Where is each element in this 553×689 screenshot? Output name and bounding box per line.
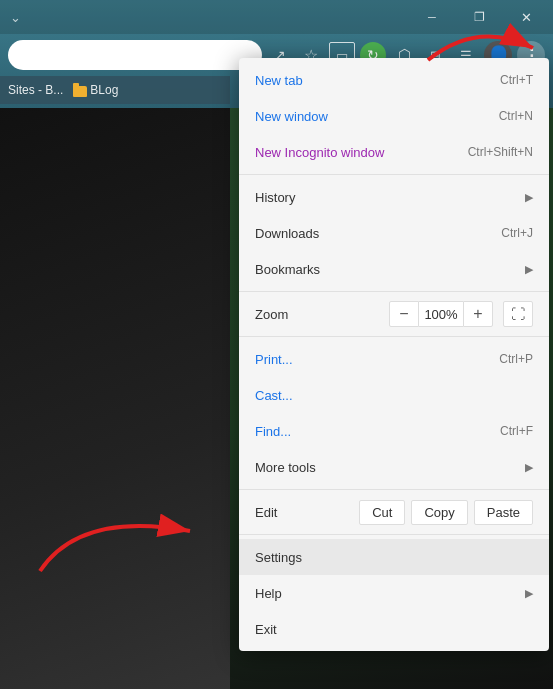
menu-item-print[interactable]: Print... Ctrl+P xyxy=(239,341,549,377)
new-window-label: New window xyxy=(255,109,499,124)
menu-section-history: History ▶ Downloads Ctrl+J Bookmarks ▶ xyxy=(239,175,549,292)
downloads-label: Downloads xyxy=(255,226,501,241)
title-bar: ⌄ ─ ❐ ✕ xyxy=(0,0,553,34)
minimize-button[interactable]: ─ xyxy=(409,1,455,33)
menu-item-new-tab[interactable]: New tab Ctrl+T xyxy=(239,62,549,98)
new-tab-label: New tab xyxy=(255,73,500,88)
folder-icon xyxy=(73,86,87,97)
menu-item-bookmarks[interactable]: Bookmarks ▶ xyxy=(239,251,549,287)
help-arrow: ▶ xyxy=(525,587,533,600)
history-arrow: ▶ xyxy=(525,191,533,204)
help-label: Help xyxy=(255,586,525,601)
menu-item-settings[interactable]: Settings xyxy=(239,539,549,575)
bookmarks-bar: Sites - B... BLog xyxy=(0,76,230,104)
address-bar[interactable] xyxy=(8,40,262,70)
cut-button[interactable]: Cut xyxy=(359,500,405,525)
bookmarks-label: Bookmarks xyxy=(255,262,525,277)
downloads-shortcut: Ctrl+J xyxy=(501,226,533,240)
close-button[interactable]: ✕ xyxy=(503,1,549,33)
zoom-value-display: 100% xyxy=(419,301,463,327)
find-shortcut: Ctrl+F xyxy=(500,424,533,438)
edit-label: Edit xyxy=(255,505,353,520)
new-incognito-shortcut: Ctrl+Shift+N xyxy=(468,145,533,159)
tab-down-arrow-icon[interactable]: ⌄ xyxy=(10,10,21,25)
paste-button[interactable]: Paste xyxy=(474,500,533,525)
more-tools-arrow: ▶ xyxy=(525,461,533,474)
menu-section-new: New tab Ctrl+T New window Ctrl+N New Inc… xyxy=(239,58,549,175)
more-tools-label: More tools xyxy=(255,460,525,475)
menu-section-zoom: Zoom − 100% + ⛶ xyxy=(239,292,549,337)
menu-item-new-window[interactable]: New window Ctrl+N xyxy=(239,98,549,134)
bookmark-blog[interactable]: BLog xyxy=(73,83,118,97)
menu-section-settings: Settings Help ▶ Exit xyxy=(239,535,549,651)
bookmark-sites[interactable]: Sites - B... xyxy=(8,83,63,97)
menu-item-more-tools[interactable]: More tools ▶ xyxy=(239,449,549,485)
menu-section-tools: Print... Ctrl+P Cast... Find... Ctrl+F M… xyxy=(239,337,549,490)
menu-item-cast[interactable]: Cast... xyxy=(239,377,549,413)
print-shortcut: Ctrl+P xyxy=(499,352,533,366)
zoom-row: Zoom − 100% + ⛶ xyxy=(239,296,549,332)
maximize-button[interactable]: ❐ xyxy=(456,1,502,33)
zoom-controls: − 100% + xyxy=(389,301,493,327)
menu-section-edit: Edit Cut Copy Paste xyxy=(239,490,549,535)
menu-item-exit[interactable]: Exit xyxy=(239,611,549,647)
history-label: History xyxy=(255,190,525,205)
menu-item-new-incognito[interactable]: New Incognito window Ctrl+Shift+N xyxy=(239,134,549,170)
menu-item-find[interactable]: Find... Ctrl+F xyxy=(239,413,549,449)
fullscreen-button[interactable]: ⛶ xyxy=(503,301,533,327)
new-tab-shortcut: Ctrl+T xyxy=(500,73,533,87)
menu-item-downloads[interactable]: Downloads Ctrl+J xyxy=(239,215,549,251)
edit-row: Edit Cut Copy Paste xyxy=(239,494,549,530)
menu-item-history[interactable]: History ▶ xyxy=(239,179,549,215)
exit-label: Exit xyxy=(255,622,533,637)
bookmark-blog-label: BLog xyxy=(90,83,118,97)
menu-item-help[interactable]: Help ▶ xyxy=(239,575,549,611)
page-content xyxy=(0,104,230,689)
cast-label: Cast... xyxy=(255,388,533,403)
zoom-plus-button[interactable]: + xyxy=(463,301,493,327)
new-window-shortcut: Ctrl+N xyxy=(499,109,533,123)
settings-label: Settings xyxy=(255,550,533,565)
find-label: Find... xyxy=(255,424,500,439)
bookmarks-arrow: ▶ xyxy=(525,263,533,276)
zoom-label: Zoom xyxy=(255,307,385,322)
print-label: Print... xyxy=(255,352,499,367)
dropdown-menu: New tab Ctrl+T New window Ctrl+N New Inc… xyxy=(239,58,549,651)
copy-button[interactable]: Copy xyxy=(411,500,467,525)
zoom-minus-button[interactable]: − xyxy=(389,301,419,327)
new-incognito-label: New Incognito window xyxy=(255,145,468,160)
